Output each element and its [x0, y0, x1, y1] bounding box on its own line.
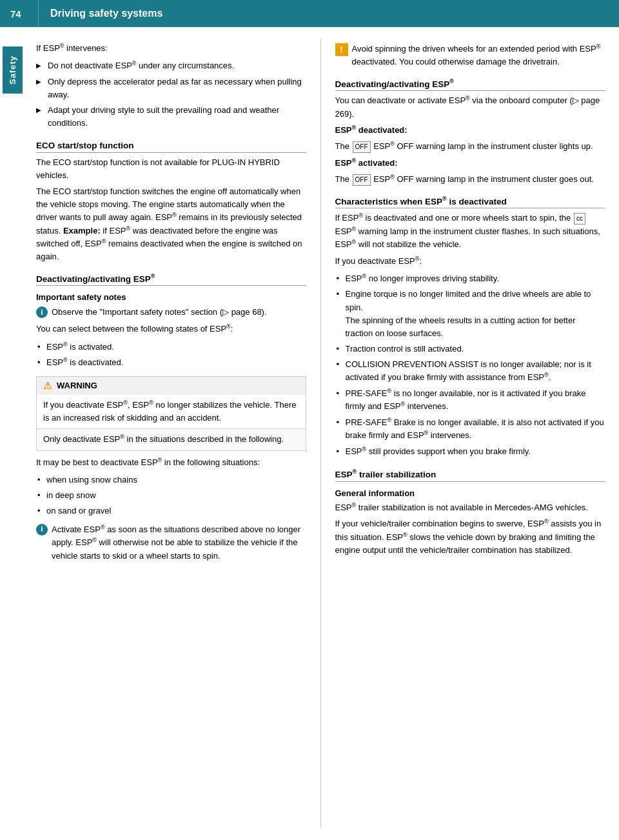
eco-para-1: The ECO start/stop function is not avail… — [36, 156, 306, 182]
eco-para-2: The ECO start/stop function switches the… — [36, 185, 306, 264]
page-title: Driving safety systems — [39, 8, 162, 19]
characteristics-section-title: Characteristics when ESP® is deactivated — [335, 195, 605, 209]
characteristics-para1: If ESP® is deactivated and one or more w… — [335, 212, 605, 251]
arrow-list: Do not deactivate ESP® under any circum­… — [36, 58, 306, 131]
state-activated: ESP® is activated. — [36, 339, 306, 355]
esp-off-icon-1: OFF — [353, 141, 371, 153]
esp-warning-icon: cc — [574, 213, 585, 225]
eco-section-title: ECO start/stop function — [36, 141, 306, 153]
state-deactivated: ESP® is deactivated. — [36, 355, 306, 370]
hazard-note: ! Avoid spinning the driven wheels for a… — [335, 43, 605, 69]
char-item-3: Traction control is still activated. — [335, 341, 605, 357]
intro-text: If ESP® intervenes: — [36, 42, 306, 55]
info-icon-1: i — [36, 306, 48, 318]
situations-intro: It may be best to deactivate ESP® in the… — [36, 456, 306, 469]
content-area: If ESP® intervenes: Do not deactivate ES… — [25, 27, 619, 840]
situations-list: when using snow chains in deep snow on s… — [36, 472, 306, 519]
trailer-section-title: ESP® trailer stabilization — [335, 468, 605, 482]
deactivated-text: The OFF ESP® OFF warning lamp in the ins… — [335, 140, 605, 153]
char-item-1: ESP® no longer improves driving stabilit… — [335, 271, 605, 286]
activated-text: The OFF ESP® OFF warning lamp in the ins… — [335, 173, 605, 186]
char-item-5: PRE-SAFE® is no longer available, nor is… — [335, 386, 605, 415]
states-intro: You can select between the following sta… — [36, 323, 306, 335]
warning-body-1: If you deactivate ESP®, ESP® no longer s… — [37, 395, 306, 429]
deactivated-label: ESP® deactivated: — [335, 124, 605, 137]
deactivating-section-title-right: Deactivating/activating ESP® — [335, 78, 605, 92]
warning-box: ⚠ WARNING If you deactivate ESP®, ESP® n… — [36, 376, 306, 451]
deactivating-right-para1: You can deactivate or activate ESP® via … — [335, 94, 605, 121]
info-icon-2: i — [36, 524, 48, 535]
info-note-2: i Activate ESP® as soon as the situation… — [36, 523, 306, 563]
side-tab-label: Safety — [3, 46, 23, 94]
trailer-para1: ESP® trailer stabilization is not availa… — [335, 501, 605, 514]
char-item-2: Engine torque is no longer limited and t… — [335, 286, 605, 341]
info-note-2-text: Activate ESP® as soon as the situations … — [52, 523, 306, 563]
situation-3: on sand or gravel — [36, 503, 306, 519]
char-item-4: COLLISION PREVENTION ASSIST is no longer… — [335, 357, 605, 386]
trailer-para2: If your vehicle/trailer combination begi… — [335, 517, 605, 557]
hazard-note-text: Avoid spinning the driven wheels for an … — [352, 43, 605, 69]
characteristics-list: ESP® no longer improves driving stabilit… — [335, 271, 605, 459]
hazard-icon: ! — [335, 43, 348, 56]
arrow-item-2: Only depress the accelerator pedal as fa… — [36, 74, 306, 103]
warning-triangle-icon: ⚠ — [43, 380, 52, 392]
warning-body-2: Only deactivate ESP® in the situations d… — [37, 428, 306, 450]
warning-header: ⚠ WARNING — [37, 377, 306, 395]
arrow-item-3: Adapt your driving style to suit the pre… — [36, 103, 306, 131]
situation-2: in deep snow — [36, 488, 306, 503]
page-header: 74 Driving safety systems — [0, 0, 619, 27]
info-note-1-text: Observe the "Important safety notes" sec… — [52, 306, 267, 319]
left-column: If ESP® intervenes: Do not deactivate ES… — [25, 39, 321, 828]
side-tab: Safety — [0, 27, 25, 840]
page-number: 74 — [0, 0, 39, 27]
info-note-1: i Observe the "Important safety notes" s… — [36, 306, 306, 319]
important-safety-notes-title: Important safety notes — [36, 292, 306, 302]
situation-1: when using snow chains — [36, 472, 306, 488]
esp-off-icon-2: OFF — [353, 174, 371, 186]
char-item-6: PRE-SAFE® Brake is no longer available, … — [335, 415, 605, 444]
arrow-item-1: Do not deactivate ESP® under any circum­… — [36, 58, 306, 74]
activated-label: ESP® activated: — [335, 157, 605, 170]
page-body: Safety If ESP® intervenes: Do not deacti… — [0, 27, 619, 840]
characteristics-para2: If you deactivate ESP®: — [335, 255, 605, 268]
right-column: ! Avoid spinning the driven wheels for a… — [321, 39, 620, 828]
char-item-7: ESP® still provides support when you bra… — [335, 444, 605, 459]
deactivating-section-title-left: Deactivating/activating ESP® — [36, 273, 306, 286]
states-list: ESP® is activated. ESP® is deactivated. — [36, 339, 306, 371]
general-info-title: General information — [335, 488, 605, 498]
warning-label: WARNING — [57, 381, 97, 390]
